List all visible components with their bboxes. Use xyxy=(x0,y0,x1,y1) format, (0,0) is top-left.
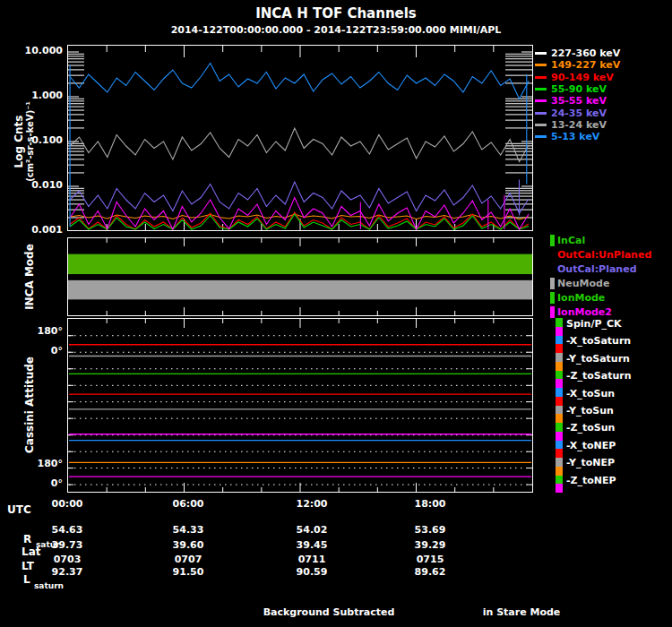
flux-legend-label: 5-13 keV xyxy=(551,131,599,142)
attitude-color-bar-segment xyxy=(556,388,563,397)
ephemeris-value: 39.45 xyxy=(297,539,328,551)
ephemeris-value: 0707 xyxy=(175,554,202,565)
mode-legend-label: IonMode2 xyxy=(557,306,612,318)
attitude-color-bar-segment xyxy=(556,441,563,450)
attitude-color-bar-segment xyxy=(556,353,563,362)
flux-legend-item: 90-149 keV xyxy=(535,72,614,83)
mode-legend-label: IonMode xyxy=(557,292,605,304)
ephemeris-value: 0715 xyxy=(417,554,444,565)
ephemeris-value: 54.63 xyxy=(52,524,83,536)
ephemeris-row-sublabel: saturn xyxy=(34,581,64,590)
mode-legend-color-block xyxy=(550,263,555,275)
flux-legend-item: 35-55 keV xyxy=(535,95,607,107)
attitude-color-bar-segment xyxy=(556,379,563,388)
flux-legend-color-dash xyxy=(535,124,547,126)
ephemeris-value: 91.50 xyxy=(173,566,204,578)
mode-legend-color-block xyxy=(550,278,555,289)
mode-legend-label: OutCal:Planed xyxy=(557,263,637,275)
flux-chart-panel xyxy=(67,45,533,231)
mode-legend-label: NeuMode xyxy=(557,278,609,289)
flux-legend-item: 149-227 keV xyxy=(535,59,620,71)
attitude-y-tick-label: 180° xyxy=(2,325,63,338)
ephemeris-value: 92.37 xyxy=(52,566,83,578)
ephemeris-value: 39.60 xyxy=(173,539,204,551)
flux-y-tick-label: 1.000 xyxy=(2,90,63,102)
mode-legend-color-block xyxy=(550,292,555,304)
utc-tick-label: 06:00 xyxy=(172,498,203,510)
ephemeris-row-label: LT xyxy=(22,560,34,572)
attitude-color-bar-segment xyxy=(556,432,563,441)
flux-legend-color-dash xyxy=(535,64,547,66)
flux-legend-color-dash xyxy=(535,135,547,138)
plot-screen: INCA H TOF Channels 2014-122T00:00:00.00… xyxy=(0,0,672,627)
attitude-legend-item: -Z_toNEP xyxy=(566,475,616,486)
ephemeris-value: 90.59 xyxy=(297,566,328,578)
attitude-color-bar-segment xyxy=(556,449,563,458)
mode-legend-item: IonMode2 xyxy=(550,306,612,318)
ephemeris-value: 54.02 xyxy=(297,524,328,536)
attitude-color-bar-segment xyxy=(556,476,563,485)
attitude-color-bar-segment xyxy=(556,406,563,415)
attitude-legend-item: -Z_toSaturn xyxy=(566,370,632,382)
attitude-legend-item: -Y_toSaturn xyxy=(566,353,630,365)
flux-legend-color-dash xyxy=(535,112,547,115)
ephemeris-value: 53.69 xyxy=(415,524,446,536)
flux-y-tick-label: 0.100 xyxy=(2,134,63,147)
attitude-color-bar-segment xyxy=(556,327,563,336)
flux-legend-color-dash xyxy=(535,99,547,102)
attitude-color-bar-segment xyxy=(556,423,563,432)
ephemeris-value: 89.62 xyxy=(415,566,446,578)
utc-tick-label: 18:00 xyxy=(414,498,445,510)
flux-legend-item: 227-360 keV xyxy=(535,47,620,59)
flux-legend-label: 35-55 keV xyxy=(551,95,607,107)
inca-mode-panel xyxy=(67,237,533,316)
attitude-panel xyxy=(67,318,533,493)
flux-legend-label: 55-90 keV xyxy=(551,83,607,95)
attitude-color-bar-segment xyxy=(556,397,563,406)
flux-legend-color-dash xyxy=(535,52,547,55)
attitude-color-bar-segment xyxy=(556,318,563,327)
flux-legend-label: 90-149 keV xyxy=(551,72,614,83)
inca-mode-canvas xyxy=(68,238,532,315)
ephemeris-row-label: L xyxy=(23,573,30,586)
attitude-legend-item: -X_toSun xyxy=(566,388,615,399)
ephemeris-row-label: Lat xyxy=(22,545,40,558)
ephemeris-row-label: R xyxy=(23,533,31,545)
attitude-canvas xyxy=(68,319,532,492)
mode-legend-item: OutCal:UnPlaned xyxy=(550,249,651,261)
mode-legend-label: InCal xyxy=(557,235,585,246)
attitude-y-tick-label: 0° xyxy=(2,345,63,357)
utc-tick-label: 12:00 xyxy=(296,498,327,510)
attitude-legend-item: Spin/P_CK xyxy=(566,318,622,330)
footer-note-right: in Stare Mode xyxy=(483,606,561,618)
mode-legend-color-block xyxy=(550,306,555,318)
flux-legend-item: 24-35 keV xyxy=(535,107,607,119)
ephemeris-value: 0711 xyxy=(298,554,326,565)
attitude-color-bar-segment xyxy=(556,344,563,353)
attitude-y-tick-label: 180° xyxy=(2,458,63,470)
attitude-y-tick-label: 0° xyxy=(2,477,63,490)
mode-legend-item: IonMode xyxy=(550,292,605,304)
mode-legend-color-block xyxy=(550,249,555,261)
attitude-color-bar-segment xyxy=(556,362,563,371)
page-title: INCA H TOF Channels xyxy=(0,5,672,21)
flux-legend-color-dash xyxy=(535,76,547,79)
ephemeris-value: 0703 xyxy=(54,554,82,565)
attitude-color-bar-segment xyxy=(556,484,563,493)
flux-legend-item: 55-90 keV xyxy=(535,83,607,95)
flux-legend-color-dash xyxy=(535,88,547,90)
flux-legend-label: 13-24 keV xyxy=(551,119,607,131)
mode-legend-item: OutCal:Planed xyxy=(550,263,637,275)
attitude-legend-item: -X_toNEP xyxy=(566,440,616,451)
flux-y-tick-label: 0.010 xyxy=(2,179,63,192)
attitude-legend-item: -X_toSaturn xyxy=(566,335,631,347)
attitude-legend-item: -Y_toNEP xyxy=(566,457,615,468)
attitude-color-bar-segment xyxy=(556,336,563,345)
attitude-color-bar-segment xyxy=(556,458,563,467)
attitude-legend-item: -Y_toSun xyxy=(566,405,614,417)
mode-legend-item: NeuMode xyxy=(550,278,609,289)
mode-legend-item: InCal xyxy=(550,235,585,246)
utc-tick-label: 00:00 xyxy=(51,498,82,510)
attitude-color-bar-segment xyxy=(556,414,563,423)
attitude-color-bar xyxy=(556,318,563,493)
